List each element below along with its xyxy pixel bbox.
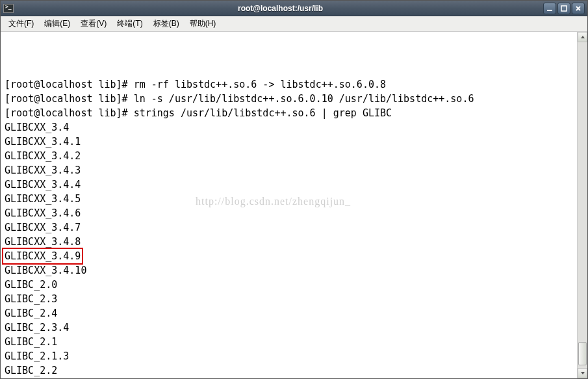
menu-terminal[interactable]: 终端(T) [112,17,147,31]
terminal-line: GLIBCXX_3.4.10 [5,263,573,278]
minimize-button[interactable] [543,3,556,14]
terminal-line: [root@localhost lib]# rm -rf libstdc++.s… [5,77,573,92]
svg-rect-1 [561,6,567,11]
terminal-line: GLIBCXX_FORCE_NEW [5,378,573,378]
scroll-thumb[interactable] [578,342,587,365]
terminal-line: GLIBCXX_3.4.6 [5,206,573,220]
terminal-line: GLIBCXX_3.4.5 [5,192,573,206]
terminal-output[interactable]: http://blog.csdn.net/zhengqijun_ [root@l… [1,32,577,378]
terminal-line: GLIBCXX_3.4.7 [5,220,573,235]
scroll-down-button[interactable] [578,368,587,378]
maximize-button[interactable] [557,3,570,14]
window-controls [543,3,585,14]
window-title: root@localhost:/usr/lib [18,4,543,13]
terminal-area: http://blog.csdn.net/zhengqijun_ [root@l… [1,32,587,378]
highlighted-line: GLIBCXX_3.4.9 [2,248,83,265]
terminal-line: [root@localhost lib]# ln -s /usr/lib/lib… [5,92,573,106]
terminal-line: GLIBCXX_3.4.4 [5,177,573,192]
scrollbar [577,32,587,378]
terminal-line: GLIBC_2.1 [5,335,573,349]
terminal-line: GLIBC_2.2 [5,363,573,378]
terminal-line: GLIBCXX_3.4 [5,120,573,135]
titlebar[interactable]: root@localhost:/usr/lib [1,1,587,16]
terminal-line: GLIBCXX_3.4.1 [5,135,573,149]
menu-tabs[interactable]: 标签(B) [148,17,185,31]
terminal-line: GLIBC_2.4 [5,306,573,320]
terminal-line: GLIBC_2.3 [5,292,573,306]
terminal-line: GLIBC_2.3.4 [5,320,573,335]
menubar: 文件(F) 编辑(E) 查看(V) 终端(T) 标签(B) 帮助(H) [1,16,587,32]
terminal-line: GLIBC_2.0 [5,278,573,292]
menu-help[interactable]: 帮助(H) [185,17,222,31]
terminal-line: GLIBC_2.1.3 [5,349,573,363]
terminal-window: root@localhost:/usr/lib 文件(F) 编辑(E) 查看(V… [0,0,588,379]
menu-edit[interactable]: 编辑(E) [39,17,75,31]
svg-rect-0 [547,10,552,11]
terminal-line: GLIBCXX_3.4.2 [5,149,573,163]
terminal-line: GLIBCXX_3.4.8 [5,235,573,249]
scroll-track[interactable] [578,42,587,368]
menu-view[interactable]: 查看(V) [75,17,112,31]
terminal-line: GLIBCXX_3.4.3 [5,163,573,177]
terminal-line: [root@localhost lib]# strings /usr/lib/l… [5,106,573,120]
scroll-up-button[interactable] [578,32,587,42]
close-button[interactable] [572,3,585,14]
terminal-icon [3,4,14,13]
menu-file[interactable]: 文件(F) [3,17,39,31]
terminal-line: GLIBCXX_3.4.9 [5,249,573,263]
